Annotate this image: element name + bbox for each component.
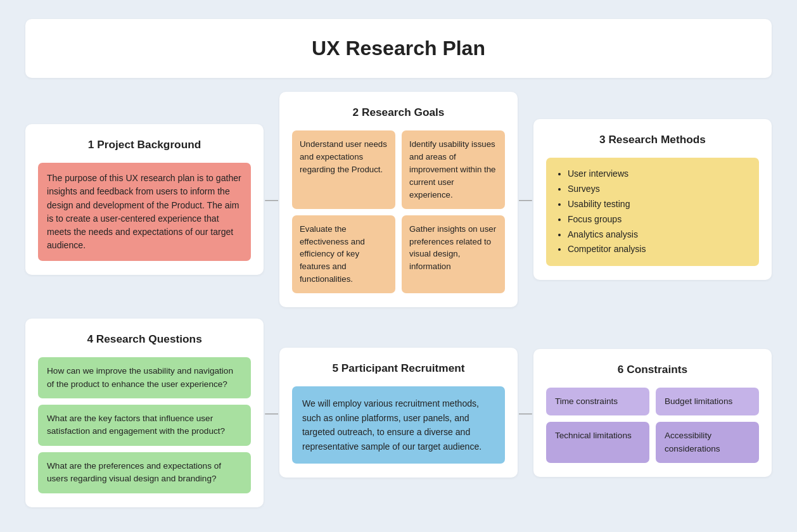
- section-2-card: 2 Research Goals Understand user needs a…: [279, 92, 518, 307]
- constraints-grid: Time constraints Budget limitations Tech…: [546, 388, 759, 463]
- connector-4-5: —: [264, 405, 279, 421]
- goal-4: Gather insights on user preferences rela…: [402, 215, 505, 294]
- section-4-title: 4 Research Questions: [38, 332, 251, 346]
- method-3: Usability testing: [568, 197, 749, 212]
- goal-2: Identify usability issues and areas of i…: [402, 130, 505, 209]
- method-6: Competitor analysis: [568, 242, 749, 257]
- question-1: How can we improve the usability and nav…: [38, 357, 251, 398]
- page-title-section: UX Research Plan: [25, 19, 772, 78]
- method-1: User interviews: [568, 167, 749, 182]
- connector-5-6: —: [518, 405, 533, 421]
- questions-list: How can we improve the usability and nav…: [38, 357, 251, 493]
- section-3-title: 3 Research Methods: [546, 133, 759, 146]
- cards-row-1: 1 Project Background The purpose of this…: [25, 92, 772, 307]
- method-4: Focus groups: [568, 212, 749, 227]
- goal-3: Evaluate the effectiveness and efficienc…: [292, 215, 395, 294]
- method-5: Analytics analysis: [568, 227, 749, 243]
- connector-2-3: —: [518, 192, 533, 207]
- constraint-2: Budget limitations: [656, 388, 759, 415]
- question-3: What are the preferences and expectation…: [38, 452, 251, 493]
- section-5-content: We will employ various recruitment metho…: [292, 386, 505, 464]
- section-3-card: 3 Research Methods User interviews Surve…: [533, 119, 772, 281]
- method-2: Surveys: [568, 182, 749, 197]
- section-5-title: 5 Participant Recruitment: [292, 362, 505, 375]
- section-2-title: 2 Research Goals: [292, 106, 505, 119]
- section-3-methods: User interviews Surveys Usability testin…: [546, 158, 759, 267]
- section-4-card: 4 Research Questions How can we improve …: [25, 319, 264, 507]
- goals-grid: Understand user needs and expectations r…: [292, 130, 505, 293]
- section-1-content: The purpose of this UX research plan is …: [38, 163, 251, 261]
- section-6-title: 6 Constraints: [546, 363, 759, 376]
- cards-row-2: 4 Research Questions How can we improve …: [25, 319, 772, 507]
- section-1-card: 1 Project Background The purpose of this…: [25, 124, 264, 275]
- page-title: UX Research Plan: [38, 37, 759, 60]
- question-2: What are the key factors that influence …: [38, 405, 251, 446]
- section-1-title: 1 Project Background: [38, 138, 251, 151]
- constraint-1: Time constraints: [546, 388, 649, 415]
- methods-list: User interviews Surveys Usability testin…: [556, 167, 749, 258]
- goal-1: Understand user needs and expectations r…: [292, 130, 395, 209]
- constraint-4: Accessibility considerations: [656, 422, 759, 463]
- section-5-card: 5 Participant Recruitment We will employ…: [279, 348, 518, 478]
- constraint-3: Technical limitations: [546, 422, 649, 463]
- connector-1-2: —: [264, 192, 279, 207]
- section-6-card: 6 Constraints Time constraints Budget li…: [533, 349, 772, 477]
